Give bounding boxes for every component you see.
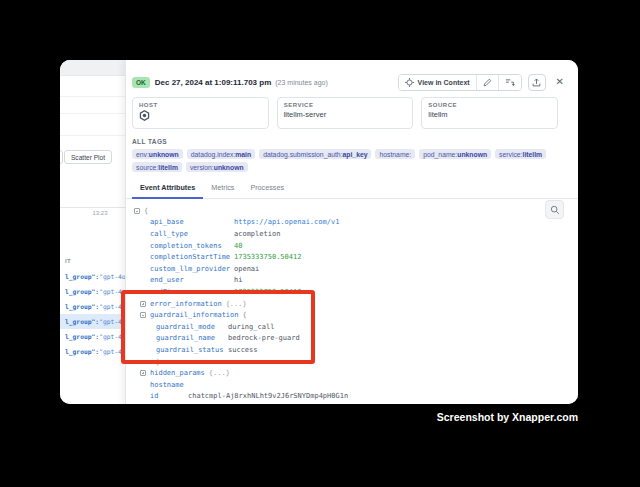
tag-service[interactable]: service:litellm bbox=[495, 149, 546, 159]
expand-icon[interactable] bbox=[140, 301, 146, 307]
tab-processes[interactable]: Processes bbox=[242, 179, 292, 198]
tab-metrics[interactable]: Metrics bbox=[203, 179, 242, 198]
json-row-error-information: error_information{...} bbox=[126, 298, 578, 310]
tab-event-attributes[interactable]: Event Attributes bbox=[132, 179, 203, 199]
json-row-guardrail-information: guardrail_information{ bbox=[126, 309, 578, 321]
events-list: l_group":"gpt-4o l_group":"gpt-4o l_grou… bbox=[60, 269, 125, 359]
event-details-panel: OK Dec 27, 2024 at 1:09:11.703 pm (23 mi… bbox=[125, 60, 578, 404]
tag-pod-name[interactable]: pod_name:unknown bbox=[419, 149, 491, 159]
upload-icon bbox=[532, 78, 541, 87]
json-row-completion-tokens: completion_tokens40 bbox=[126, 240, 578, 252]
list-item-selected[interactable]: l_group":"gpt-4o bbox=[60, 314, 125, 329]
list-item[interactable]: l_group":"gpt-4o bbox=[60, 344, 125, 359]
json-row-call-type: call_typeacompletion bbox=[126, 228, 578, 240]
screenshot-backdrop: Scatter Plot 13:23 IT l_group":"gpt-4o l… bbox=[0, 0, 640, 487]
json-row-close-brace: } bbox=[126, 356, 578, 368]
source-box[interactable]: SOURCE litellm bbox=[421, 97, 558, 129]
all-tags-label: ALL TAGS bbox=[132, 138, 558, 145]
close-icon[interactable]: ✕ bbox=[556, 77, 564, 87]
status-badge: OK bbox=[132, 77, 150, 88]
view-in-context-button[interactable]: View in Context bbox=[399, 75, 477, 90]
chart-x-axis bbox=[60, 207, 125, 208]
json-row-completion-start-time: completionStartTime1735333750.50412 bbox=[126, 251, 578, 263]
host-box[interactable]: HOST bbox=[132, 97, 269, 129]
list-item[interactable]: l_group":"gpt-4o bbox=[60, 269, 125, 284]
search-attributes-button[interactable] bbox=[545, 200, 564, 219]
view-toggle-button-fragment[interactable] bbox=[60, 150, 63, 164]
service-box[interactable]: SERVICE litellm-server bbox=[277, 97, 414, 129]
expand-icon[interactable] bbox=[140, 370, 146, 376]
list-item[interactable]: l_group":"gpt-4o bbox=[60, 329, 125, 344]
events-column-header: IT bbox=[65, 258, 71, 264]
events-page-background: Scatter Plot 13:23 IT l_group":"gpt-4o l… bbox=[60, 60, 125, 404]
json-row-api-base: api_basehttps://api.openai.com/v1 bbox=[126, 217, 578, 229]
event-time-ago: (23 minutes ago) bbox=[275, 79, 328, 86]
json-attributes-tree: { api_basehttps://api.openai.com/v1 call… bbox=[126, 205, 578, 404]
tag-version[interactable]: version:unknown bbox=[186, 162, 248, 172]
collapse-icon[interactable] bbox=[140, 312, 146, 318]
list-item[interactable]: l_group":"gpt-4o bbox=[60, 284, 125, 299]
json-row-guardrail-name: guardrail_namebedrock-pre-guard bbox=[126, 333, 578, 345]
json-root-row: { bbox=[126, 205, 578, 217]
export-button[interactable] bbox=[528, 74, 546, 91]
json-row-id: idchatcmpl-Aj8rxhNLht9v2J6rSNYDmp4pH0G1n bbox=[126, 391, 578, 403]
header-action-group: View in Context bbox=[398, 74, 522, 91]
summary-boxes: HOST SERVICE litellm-server SOURCE litel… bbox=[132, 97, 558, 129]
collapse-icon[interactable] bbox=[134, 208, 140, 214]
json-row-guardrail-mode: guardrail_modeduring_call bbox=[126, 321, 578, 333]
json-row-custom-llm-provider: custom_llm_provideropenai bbox=[126, 263, 578, 275]
axis-tick-label: 13:23 bbox=[82, 210, 118, 216]
divider bbox=[60, 135, 125, 136]
detail-tabs: Event Attributes Metrics Processes bbox=[126, 179, 578, 199]
json-row-hostname: hostname bbox=[126, 379, 578, 391]
event-timestamp: Dec 27, 2024 at 1:09:11.703 pm bbox=[155, 78, 272, 87]
watermark-text: Screenshot by Xnapper.com bbox=[437, 411, 578, 423]
related-traces-icon bbox=[505, 78, 515, 87]
json-row-end-user: end_userhi bbox=[126, 275, 578, 287]
all-tags-section: ALL TAGS env:unknown datadog.index:main … bbox=[132, 138, 558, 172]
api-base-link[interactable]: https://api.openai.com/v1 bbox=[234, 218, 339, 226]
json-row-hidden-params: hidden_params{...} bbox=[126, 367, 578, 379]
related-traces-button[interactable] bbox=[499, 75, 521, 90]
event-header: OK Dec 27, 2024 at 1:09:11.703 pm (23 mi… bbox=[132, 74, 564, 90]
tag-env[interactable]: env:unknown bbox=[132, 149, 183, 159]
app-window: Scatter Plot 13:23 IT l_group":"gpt-4o l… bbox=[60, 60, 578, 404]
crosshair-icon bbox=[405, 78, 414, 87]
divider bbox=[60, 96, 125, 97]
json-row-end-time: endTime1735333750.50412 bbox=[126, 286, 578, 298]
events-page-header-strip bbox=[60, 60, 125, 76]
search-icon bbox=[550, 205, 560, 215]
json-row-guardrail-status: guardrail_statussuccess bbox=[126, 344, 578, 356]
tag-source[interactable]: source:litellm bbox=[132, 162, 182, 172]
host-hexagon-icon bbox=[139, 110, 150, 121]
tags-list: env:unknown datadog.index:main datadog.s… bbox=[132, 149, 558, 172]
edit-button[interactable] bbox=[477, 75, 499, 90]
divider bbox=[60, 113, 125, 114]
tag-submission-auth[interactable]: datadog.submission_auth:api_key bbox=[259, 149, 371, 159]
tag-datadog-index[interactable]: datadog.index:main bbox=[187, 149, 255, 159]
json-row-messages: messages[ bbox=[126, 402, 578, 404]
scatter-plot-button[interactable]: Scatter Plot bbox=[64, 150, 112, 164]
pencil-icon bbox=[483, 78, 492, 87]
list-item[interactable]: l_group":"gpt-4o bbox=[60, 299, 125, 314]
tag-hostname[interactable]: hostname: bbox=[375, 149, 415, 159]
